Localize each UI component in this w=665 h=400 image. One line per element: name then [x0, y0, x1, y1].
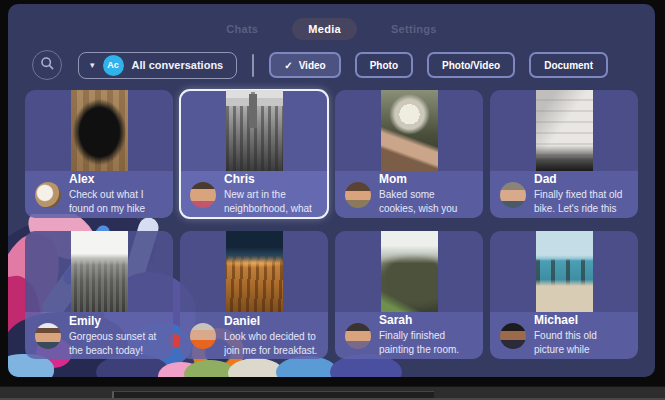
tab-chats[interactable]: Chats: [220, 18, 264, 40]
avatar: [500, 323, 526, 349]
contact-name: Emily: [69, 314, 163, 328]
contact-name: Mom: [379, 172, 473, 186]
contact-name: Chris: [224, 172, 318, 186]
thumbnail-area: [25, 90, 173, 171]
search-icon: [40, 56, 55, 75]
message-preview: Finally finished painting the room. What…: [379, 329, 473, 358]
toolbar-divider: [252, 54, 254, 77]
message-preview: Found this old picture while cleaning. B…: [534, 329, 628, 358]
conversation-selector-label: All conversations: [132, 59, 224, 71]
media-card-chris[interactable]: Chris New art in the neighborhood, what …: [180, 90, 328, 218]
message-preview: Baked some cookies, wish you were here t…: [379, 188, 473, 217]
tab-media[interactable]: Media: [292, 18, 357, 40]
filter-label: Video: [299, 60, 326, 71]
media-thumbnail: [381, 90, 438, 171]
media-card-daniel[interactable]: Daniel Look who decided to join me for b…: [180, 231, 328, 359]
thumbnail-area: [490, 90, 638, 171]
tv-frame: Chats Media Settings ▾ Ac All conversati…: [0, 0, 665, 400]
media-thumbnail: [536, 231, 593, 312]
message-preview: New art in the neighborhood, what do y..…: [224, 188, 318, 217]
card-info: Emily Gorgeous sunset at the beach today…: [25, 312, 173, 359]
avatar: [500, 182, 526, 208]
media-thumbnail: [226, 231, 283, 312]
media-card-sarah[interactable]: Sarah Finally finished painting the room…: [335, 231, 483, 359]
media-card-mom[interactable]: Mom Baked some cookies, wish you were he…: [335, 90, 483, 218]
media-card-dad[interactable]: Dad Finally fixed that old bike. Let's r…: [490, 90, 638, 218]
media-card-alex[interactable]: Alex Check out what I found on my hike t…: [25, 90, 173, 218]
filter-label: Document: [544, 60, 593, 71]
card-info: Chris New art in the neighborhood, what …: [180, 171, 328, 218]
conversation-selector[interactable]: ▾ Ac All conversations: [78, 52, 237, 79]
message-preview: Gorgeous sunset at the beach today!: [69, 330, 163, 358]
media-thumbnail: [71, 231, 128, 312]
message-preview: Finally fixed that old bike. Let's ride …: [534, 188, 628, 217]
thumbnail-area: [335, 231, 483, 312]
app-screen: Chats Media Settings ▾ Ac All conversati…: [8, 4, 655, 377]
avatar: [35, 182, 61, 208]
card-info: Mom Baked some cookies, wish you were he…: [335, 171, 483, 218]
contact-name: Sarah: [379, 313, 473, 327]
avatar: [345, 323, 371, 349]
thumbnail-area: [335, 90, 483, 171]
filter-photo-button[interactable]: Photo: [355, 52, 413, 78]
avatar: [345, 182, 371, 208]
media-thumbnail: [536, 90, 593, 171]
media-card-emily[interactable]: Emily Gorgeous sunset at the beach today…: [25, 231, 173, 359]
contact-name: Alex: [69, 172, 163, 186]
illustration-blob: [276, 356, 338, 377]
top-nav: Chats Media Settings: [8, 18, 655, 40]
filter-document-button[interactable]: Document: [529, 52, 608, 78]
filter-label: Photo/Video: [442, 60, 500, 71]
avatar: [35, 323, 61, 349]
contact-name: Dad: [534, 172, 628, 186]
tab-settings[interactable]: Settings: [385, 18, 443, 40]
card-info: Alex Check out what I found on my hike t…: [25, 171, 173, 218]
message-preview: Check out what I found on my hike today!: [69, 188, 163, 217]
thumbnail-area: [180, 90, 328, 171]
toolbar: ▾ Ac All conversations ✓ Video Photo Pho…: [32, 50, 643, 80]
conversation-avatar: Ac: [103, 55, 124, 76]
chevron-down-icon: ▾: [90, 61, 95, 70]
card-info: Dad Finally fixed that old bike. Let's r…: [490, 171, 638, 218]
thumbnail-area: [25, 231, 173, 312]
tv-stand: [0, 386, 665, 400]
filter-photovideo-button[interactable]: Photo/Video: [427, 52, 515, 78]
filter-video-button[interactable]: ✓ Video: [269, 52, 340, 78]
contact-name: Michael: [534, 313, 628, 327]
media-thumbnail: [381, 231, 438, 312]
media-grid: Alex Check out what I found on my hike t…: [25, 90, 638, 359]
media-thumbnail: [226, 90, 283, 171]
message-preview: Look who decided to join me for breakfas…: [224, 330, 318, 358]
contact-name: Daniel: [224, 314, 318, 328]
search-button[interactable]: [32, 50, 62, 80]
card-info: Michael Found this old picture while cle…: [490, 312, 638, 359]
media-thumbnail: [71, 90, 128, 171]
card-info: Sarah Finally finished painting the room…: [335, 312, 483, 359]
avatar: [190, 182, 216, 208]
media-card-michael[interactable]: Michael Found this old picture while cle…: [490, 231, 638, 359]
filter-label: Photo: [370, 60, 398, 71]
avatar: [190, 323, 216, 349]
check-icon: ✓: [284, 60, 292, 71]
thumbnail-area: [180, 231, 328, 312]
card-info: Daniel Look who decided to join me for b…: [180, 312, 328, 359]
thumbnail-area: [490, 231, 638, 312]
